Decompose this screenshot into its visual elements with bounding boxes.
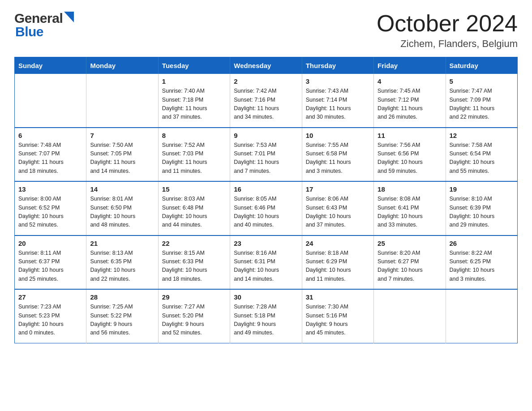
calendar-day-header: Monday (86, 57, 158, 74)
day-number: 28 (90, 293, 154, 301)
day-number: 21 (90, 240, 154, 247)
calendar-week-row: 6Sunrise: 7:48 AM Sunset: 7:07 PM Daylig… (15, 128, 518, 182)
day-info: Sunrise: 8:22 AM Sunset: 6:25 PM Dayligh… (450, 249, 514, 284)
calendar-cell: 8Sunrise: 7:52 AM Sunset: 7:03 PM Daylig… (158, 128, 230, 182)
day-number: 31 (306, 293, 370, 301)
day-number: 1 (162, 77, 226, 85)
day-info: Sunrise: 7:40 AM Sunset: 7:18 PM Dayligh… (162, 87, 226, 122)
calendar-cell: 14Sunrise: 8:01 AM Sunset: 6:50 PM Dayli… (86, 181, 158, 235)
day-info: Sunrise: 8:18 AM Sunset: 6:29 PM Dayligh… (306, 249, 370, 284)
day-info: Sunrise: 7:45 AM Sunset: 7:12 PM Dayligh… (378, 87, 442, 122)
day-info: Sunrise: 8:11 AM Sunset: 6:37 PM Dayligh… (18, 249, 82, 284)
day-number: 7 (90, 132, 154, 139)
day-info: Sunrise: 7:56 AM Sunset: 6:56 PM Dayligh… (378, 141, 442, 176)
calendar-day-header: Wednesday (230, 57, 302, 74)
calendar-cell: 30Sunrise: 7:28 AM Sunset: 5:18 PM Dayli… (230, 289, 302, 343)
calendar-week-row: 1Sunrise: 7:40 AM Sunset: 7:18 PM Daylig… (15, 74, 518, 128)
calendar-cell: 4Sunrise: 7:45 AM Sunset: 7:12 PM Daylig… (374, 74, 446, 128)
day-info: Sunrise: 7:48 AM Sunset: 7:07 PM Dayligh… (18, 141, 82, 176)
day-info: Sunrise: 7:25 AM Sunset: 5:22 PM Dayligh… (90, 303, 154, 338)
day-number: 8 (162, 132, 226, 139)
calendar-cell: 21Sunrise: 8:13 AM Sunset: 6:35 PM Dayli… (86, 235, 158, 290)
day-number: 24 (306, 240, 370, 247)
calendar-cell: 5Sunrise: 7:47 AM Sunset: 7:09 PM Daylig… (446, 74, 517, 128)
day-info: Sunrise: 8:08 AM Sunset: 6:41 PM Dayligh… (378, 195, 442, 230)
day-info: Sunrise: 8:00 AM Sunset: 6:52 PM Dayligh… (18, 195, 82, 230)
day-info: Sunrise: 7:53 AM Sunset: 7:01 PM Dayligh… (234, 141, 298, 176)
day-info: Sunrise: 8:10 AM Sunset: 6:39 PM Dayligh… (450, 195, 514, 230)
calendar-cell: 2Sunrise: 7:42 AM Sunset: 7:16 PM Daylig… (230, 74, 302, 128)
location-title: Zichem, Flanders, Belgium (377, 38, 518, 50)
page-header: General Blue October 2024 Zichem, Flande… (14, 11, 518, 50)
calendar-cell: 6Sunrise: 7:48 AM Sunset: 7:07 PM Daylig… (15, 128, 86, 182)
day-number: 23 (234, 240, 298, 247)
calendar-week-row: 13Sunrise: 8:00 AM Sunset: 6:52 PM Dayli… (15, 181, 518, 235)
day-info: Sunrise: 7:55 AM Sunset: 6:58 PM Dayligh… (306, 141, 370, 176)
calendar-day-header: Sunday (15, 57, 86, 74)
calendar-cell: 31Sunrise: 7:30 AM Sunset: 5:16 PM Dayli… (302, 289, 373, 343)
logo-arrow-icon (64, 12, 74, 24)
day-number: 10 (306, 132, 370, 139)
calendar-cell: 18Sunrise: 8:08 AM Sunset: 6:41 PM Dayli… (374, 181, 446, 235)
calendar-cell: 25Sunrise: 8:20 AM Sunset: 6:27 PM Dayli… (374, 235, 446, 290)
calendar-cell: 27Sunrise: 7:23 AM Sunset: 5:23 PM Dayli… (15, 289, 86, 343)
calendar-cell: 28Sunrise: 7:25 AM Sunset: 5:22 PM Dayli… (86, 289, 158, 343)
calendar-cell: 19Sunrise: 8:10 AM Sunset: 6:39 PM Dayli… (446, 181, 517, 235)
day-number: 15 (162, 185, 226, 193)
day-info: Sunrise: 8:05 AM Sunset: 6:46 PM Dayligh… (234, 195, 298, 230)
day-info: Sunrise: 7:23 AM Sunset: 5:23 PM Dayligh… (18, 303, 82, 338)
calendar-cell: 29Sunrise: 7:27 AM Sunset: 5:20 PM Dayli… (158, 289, 230, 343)
day-number: 17 (306, 185, 370, 193)
calendar-cell (446, 289, 517, 343)
calendar-cell: 26Sunrise: 8:22 AM Sunset: 6:25 PM Dayli… (446, 235, 517, 290)
calendar-cell: 20Sunrise: 8:11 AM Sunset: 6:37 PM Dayli… (15, 235, 86, 290)
calendar-cell: 24Sunrise: 8:18 AM Sunset: 6:29 PM Dayli… (302, 235, 373, 290)
logo: General Blue (14, 11, 74, 39)
day-number: 14 (90, 185, 154, 193)
day-info: Sunrise: 8:16 AM Sunset: 6:31 PM Dayligh… (234, 249, 298, 284)
calendar-cell (86, 74, 158, 128)
calendar-cell (15, 74, 86, 128)
day-number: 18 (378, 185, 442, 193)
calendar-cell: 16Sunrise: 8:05 AM Sunset: 6:46 PM Dayli… (230, 181, 302, 235)
calendar-cell: 17Sunrise: 8:06 AM Sunset: 6:43 PM Dayli… (302, 181, 373, 235)
day-info: Sunrise: 7:50 AM Sunset: 7:05 PM Dayligh… (90, 141, 154, 176)
calendar-day-header: Friday (374, 57, 446, 74)
day-number: 27 (18, 293, 82, 301)
day-number: 5 (450, 77, 514, 85)
calendar-cell: 13Sunrise: 8:00 AM Sunset: 6:52 PM Dayli… (15, 181, 86, 235)
day-number: 20 (18, 240, 82, 247)
calendar-cell: 1Sunrise: 7:40 AM Sunset: 7:18 PM Daylig… (158, 74, 230, 128)
svg-marker-0 (64, 12, 74, 22)
day-info: Sunrise: 8:01 AM Sunset: 6:50 PM Dayligh… (90, 195, 154, 230)
day-info: Sunrise: 7:30 AM Sunset: 5:16 PM Dayligh… (306, 303, 370, 338)
day-number: 13 (18, 185, 82, 193)
day-number: 11 (378, 132, 442, 139)
calendar-cell: 23Sunrise: 8:16 AM Sunset: 6:31 PM Dayli… (230, 235, 302, 290)
calendar-cell (374, 289, 446, 343)
day-number: 25 (378, 240, 442, 247)
day-info: Sunrise: 7:27 AM Sunset: 5:20 PM Dayligh… (162, 303, 226, 338)
day-info: Sunrise: 8:15 AM Sunset: 6:33 PM Dayligh… (162, 249, 226, 284)
calendar-week-row: 20Sunrise: 8:11 AM Sunset: 6:37 PM Dayli… (15, 235, 518, 290)
day-info: Sunrise: 8:03 AM Sunset: 6:48 PM Dayligh… (162, 195, 226, 230)
day-number: 26 (450, 240, 514, 247)
day-number: 19 (450, 185, 514, 193)
calendar-cell: 9Sunrise: 7:53 AM Sunset: 7:01 PM Daylig… (230, 128, 302, 182)
month-title: October 2024 (377, 11, 518, 36)
calendar-header-row: SundayMondayTuesdayWednesdayThursdayFrid… (15, 57, 518, 74)
day-info: Sunrise: 8:13 AM Sunset: 6:35 PM Dayligh… (90, 249, 154, 284)
calendar-cell: 7Sunrise: 7:50 AM Sunset: 7:05 PM Daylig… (86, 128, 158, 182)
calendar-cell: 15Sunrise: 8:03 AM Sunset: 6:48 PM Dayli… (158, 181, 230, 235)
day-number: 3 (306, 77, 370, 85)
day-number: 29 (162, 293, 226, 301)
day-number: 12 (450, 132, 514, 139)
calendar-cell: 3Sunrise: 7:43 AM Sunset: 7:14 PM Daylig… (302, 74, 373, 128)
day-info: Sunrise: 8:06 AM Sunset: 6:43 PM Dayligh… (306, 195, 370, 230)
day-number: 16 (234, 185, 298, 193)
calendar-cell: 12Sunrise: 7:58 AM Sunset: 6:54 PM Dayli… (446, 128, 517, 182)
day-info: Sunrise: 7:42 AM Sunset: 7:16 PM Dayligh… (234, 87, 298, 122)
day-number: 2 (234, 77, 298, 85)
day-info: Sunrise: 7:47 AM Sunset: 7:09 PM Dayligh… (450, 87, 514, 122)
calendar-day-header: Tuesday (158, 57, 230, 74)
